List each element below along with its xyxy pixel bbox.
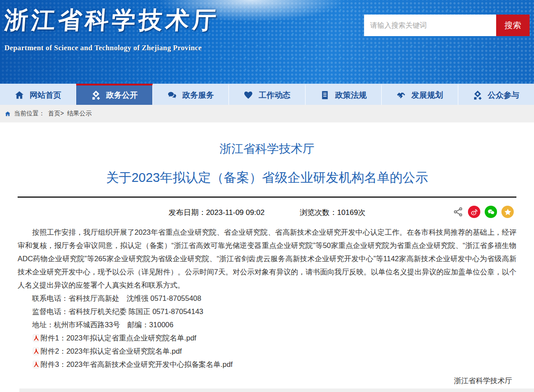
nav-item-label: 工作动态 xyxy=(258,90,290,100)
nav-item-政务公开[interactable]: 政务公开 xyxy=(76,84,152,105)
nav-item-政务服务[interactable]: 政务服务 xyxy=(153,84,229,105)
attachment-label: 附件3：2023年省高新技术企业研究开发中心拟备案名单.pdf xyxy=(41,358,232,371)
breadcrumb-current[interactable]: 结果公示 xyxy=(67,110,92,118)
nav-item-label: 政务服务 xyxy=(182,90,214,100)
pdf-icon xyxy=(32,334,40,342)
site-logo: 浙江省科学技术厅 Department of Science and Techn… xyxy=(4,4,219,52)
gov-open-icon xyxy=(91,90,101,100)
article-title-org: 浙江省科学技术厅 xyxy=(18,141,516,157)
logo-english-subtitle: Department of Science and Technology of … xyxy=(4,44,219,52)
nav-item-label: 政策法规 xyxy=(335,90,367,100)
search-input[interactable] xyxy=(364,15,496,36)
footer-top-bar xyxy=(19,388,534,392)
nav-item-网站首页[interactable]: 网站首页 xyxy=(0,84,76,105)
header-search: 搜索 xyxy=(364,15,530,36)
home-icon xyxy=(4,111,11,117)
breadcrumb-home-link[interactable]: 首页> xyxy=(48,110,64,118)
site-header: 浙江省科学技术厅 Department of Science and Techn… xyxy=(0,0,534,84)
qzone-icon[interactable] xyxy=(501,206,514,218)
view-count: 浏览次数：10169次 xyxy=(300,207,365,218)
pdf-icon xyxy=(32,360,40,369)
attachment-link[interactable]: 附件1：2023年拟认定省重点企业研究院名单.pdf xyxy=(18,331,516,344)
breadcrumb: 当前位置： 首页> 结果公示 xyxy=(0,105,534,122)
gov-service-icon xyxy=(167,90,177,100)
nav-item-label: 网站首页 xyxy=(29,90,61,100)
attachment-label: 附件1：2023年拟认定省重点企业研究院名单.pdf xyxy=(41,331,196,344)
article-title-main: 关于2023年拟认定（备案）省级企业研发机构名单的公示 xyxy=(18,169,516,187)
contact-line: 联系电话：省科技厅高新处 沈维强 0571-87055408 xyxy=(18,292,516,305)
logo-chinese-title: 浙江省科学技术厅 xyxy=(3,4,220,37)
article-paragraph: 按照工作安排，我厅组织开展了2023年省重点企业研究院、省企业研究院、省高新技术… xyxy=(18,226,516,292)
public-participation-icon xyxy=(473,90,482,100)
weibo-icon[interactable] xyxy=(468,206,480,218)
title-divider xyxy=(18,196,516,198)
contact-line: 监督电话：省科技厅机关纪委 陈国正 0571-87054143 xyxy=(18,305,516,318)
signature-org: 浙江省科学技术厅 xyxy=(18,374,512,388)
nav-item-label: 政务公开 xyxy=(106,90,138,100)
nav-item-公众参与[interactable]: 公众参与 xyxy=(458,84,534,105)
nav-item-label: 发展规划 xyxy=(411,90,443,100)
nav-item-label: 公众参与 xyxy=(488,90,519,100)
article-content: 浙江省科学技术厅 关于2023年拟认定（备案）省级企业研发机构名单的公示 发布日… xyxy=(0,141,534,392)
article-meta: 发布日期：2023-11-09 09:02 浏览次数：10169次 xyxy=(18,205,516,220)
work-news-icon xyxy=(243,90,253,100)
wechat-icon[interactable] xyxy=(485,206,497,218)
home-icon xyxy=(15,90,24,100)
search-button[interactable]: 搜索 xyxy=(496,15,530,36)
attachment-label: 附件2：2023年拟认定省企业研究院名单.pdf xyxy=(41,344,182,358)
nav-item-工作动态[interactable]: 工作动态 xyxy=(229,84,305,105)
attachment-link[interactable]: 附件2：2023年拟认定省企业研究院名单.pdf xyxy=(18,344,516,358)
share-icon[interactable] xyxy=(453,207,464,217)
development-plan-icon xyxy=(396,90,406,100)
attachment-link[interactable]: 附件3：2023年省高新技术企业研究开发中心拟备案名单.pdf xyxy=(18,358,516,371)
contact-block: 联系电话：省科技厅高新处 沈维强 0571-87055408监督电话：省科技厅机… xyxy=(18,292,516,331)
contact-line: 地址：杭州市环城西路33号 邮编：310006 xyxy=(18,318,516,331)
publish-date: 发布日期：2023-11-09 09:02 xyxy=(169,207,265,218)
share-toolbar xyxy=(453,206,514,218)
nav-item-发展规划[interactable]: 发展规划 xyxy=(382,84,458,105)
pdf-icon xyxy=(32,347,40,355)
breadcrumb-prefix: 当前位置： xyxy=(14,110,45,118)
attachment-list: 附件1：2023年拟认定省重点企业研究院名单.pdf附件2：2023年拟认定省企… xyxy=(18,331,516,371)
main-nav: 网站首页政务公开政务服务工作动态政策法规发展规划公众参与 xyxy=(0,84,534,105)
nav-item-政策法规[interactable]: 政策法规 xyxy=(306,84,382,105)
policy-doc-icon xyxy=(320,90,330,100)
